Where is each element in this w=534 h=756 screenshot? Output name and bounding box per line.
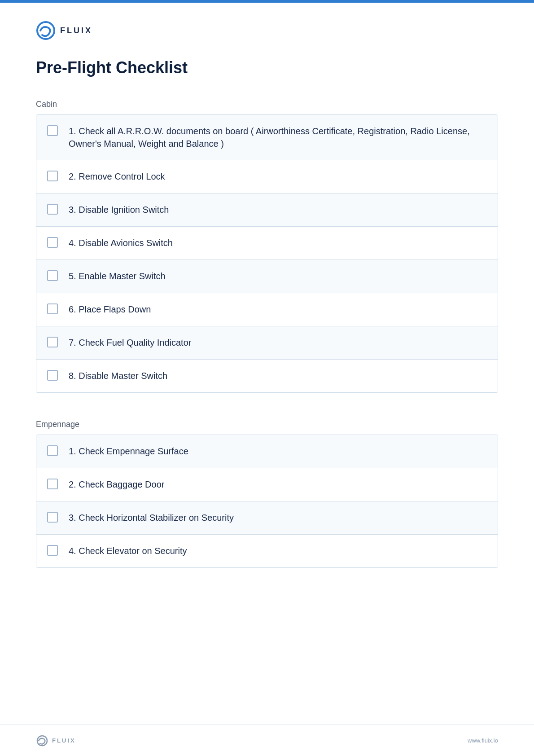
checklist-row-cabin-8: 8. Disable Master Switch bbox=[36, 360, 498, 392]
checkbox-cabin-6[interactable] bbox=[47, 303, 60, 316]
section-cabin: Cabin1. Check all A.R.R.O.W. documents o… bbox=[36, 100, 498, 393]
section-label-empennage: Empennage bbox=[36, 420, 498, 429]
checkbox-cabin-3[interactable] bbox=[47, 204, 60, 216]
checklist-row-emp-4: 4. Check Elevator on Security bbox=[36, 535, 498, 567]
checklist-row-emp-3: 3. Check Horizontal Stabilizer on Securi… bbox=[36, 501, 498, 535]
logo-text: FLUIX bbox=[60, 26, 92, 35]
checkbox-box-cabin-7[interactable] bbox=[47, 337, 58, 347]
checklist-row-cabin-7: 7. Check Fuel Quality Indicator bbox=[36, 326, 498, 360]
footer: FLUIX www.fluix.io bbox=[0, 725, 534, 756]
item-text-emp-4: 4. Check Elevator on Security bbox=[69, 545, 187, 557]
item-text-emp-2: 2. Check Baggage Door bbox=[69, 478, 164, 491]
checkbox-box-cabin-3[interactable] bbox=[47, 204, 58, 215]
page-title: Pre-Flight Checklist bbox=[36, 58, 498, 77]
item-text-cabin-8: 8. Disable Master Switch bbox=[69, 369, 167, 382]
checkbox-emp-2[interactable] bbox=[47, 479, 60, 491]
item-text-cabin-6: 6. Place Flaps Down bbox=[69, 303, 151, 316]
item-text-cabin-7: 7. Check Fuel Quality Indicator bbox=[69, 336, 191, 349]
checkbox-box-cabin-2[interactable] bbox=[47, 171, 58, 181]
checkbox-cabin-5[interactable] bbox=[47, 270, 60, 283]
item-text-cabin-5: 5. Enable Master Switch bbox=[69, 270, 166, 282]
item-text-cabin-2: 2. Remove Control Lock bbox=[69, 170, 165, 183]
item-text-emp-1: 1. Check Empennage Surface bbox=[69, 445, 188, 457]
checkbox-emp-1[interactable] bbox=[47, 445, 60, 458]
item-text-cabin-1: 1. Check all A.R.R.O.W. documents on boa… bbox=[69, 125, 487, 150]
section-empennage: Empennage1. Check Empennage Surface2. Ch… bbox=[36, 420, 498, 568]
checkbox-cabin-7[interactable] bbox=[47, 337, 60, 349]
checkbox-cabin-1[interactable] bbox=[47, 125, 60, 138]
checklist-row-cabin-2: 2. Remove Control Lock bbox=[36, 160, 498, 193]
fluix-logo-icon bbox=[36, 21, 56, 40]
checkbox-box-emp-2[interactable] bbox=[47, 479, 58, 489]
checkbox-cabin-2[interactable] bbox=[47, 171, 60, 183]
item-text-cabin-4: 4. Disable Avionics Switch bbox=[69, 237, 173, 249]
footer-logo-text: FLUIX bbox=[52, 737, 76, 744]
checklist-row-cabin-6: 6. Place Flaps Down bbox=[36, 293, 498, 326]
checklist-table-cabin: 1. Check all A.R.R.O.W. documents on boa… bbox=[36, 114, 498, 393]
checkbox-cabin-4[interactable] bbox=[47, 237, 60, 250]
checkbox-cabin-8[interactable] bbox=[47, 370, 60, 382]
checklist-row-emp-1: 1. Check Empennage Surface bbox=[36, 435, 498, 468]
checklist-row-cabin-4: 4. Disable Avionics Switch bbox=[36, 227, 498, 260]
footer-logo-icon bbox=[36, 734, 48, 747]
footer-logo: FLUIX bbox=[36, 734, 76, 747]
checkbox-box-cabin-6[interactable] bbox=[47, 303, 58, 314]
checklist-row-cabin-5: 5. Enable Master Switch bbox=[36, 260, 498, 293]
sections-container: Cabin1. Check all A.R.R.O.W. documents o… bbox=[36, 100, 498, 568]
checkbox-emp-4[interactable] bbox=[47, 545, 60, 558]
item-text-emp-3: 3. Check Horizontal Stabilizer on Securi… bbox=[69, 511, 234, 524]
checkbox-box-emp-4[interactable] bbox=[47, 545, 58, 556]
checkbox-box-emp-3[interactable] bbox=[47, 512, 58, 523]
checkbox-emp-3[interactable] bbox=[47, 512, 60, 524]
checklist-row-cabin-1: 1. Check all A.R.R.O.W. documents on boa… bbox=[36, 115, 498, 160]
section-label-cabin: Cabin bbox=[36, 100, 498, 109]
checklist-row-cabin-3: 3. Disable Ignition Switch bbox=[36, 193, 498, 227]
checkbox-box-cabin-1[interactable] bbox=[47, 125, 58, 136]
checkbox-box-cabin-4[interactable] bbox=[47, 237, 58, 248]
footer-url: www.fluix.io bbox=[468, 737, 498, 744]
checkbox-box-cabin-8[interactable] bbox=[47, 370, 58, 381]
checklist-row-emp-2: 2. Check Baggage Door bbox=[36, 468, 498, 501]
logo-area: FLUIX bbox=[36, 21, 498, 40]
item-text-cabin-3: 3. Disable Ignition Switch bbox=[69, 203, 169, 216]
checkbox-box-cabin-5[interactable] bbox=[47, 270, 58, 281]
checklist-table-empennage: 1. Check Empennage Surface2. Check Bagga… bbox=[36, 435, 498, 568]
checkbox-box-emp-1[interactable] bbox=[47, 445, 58, 456]
